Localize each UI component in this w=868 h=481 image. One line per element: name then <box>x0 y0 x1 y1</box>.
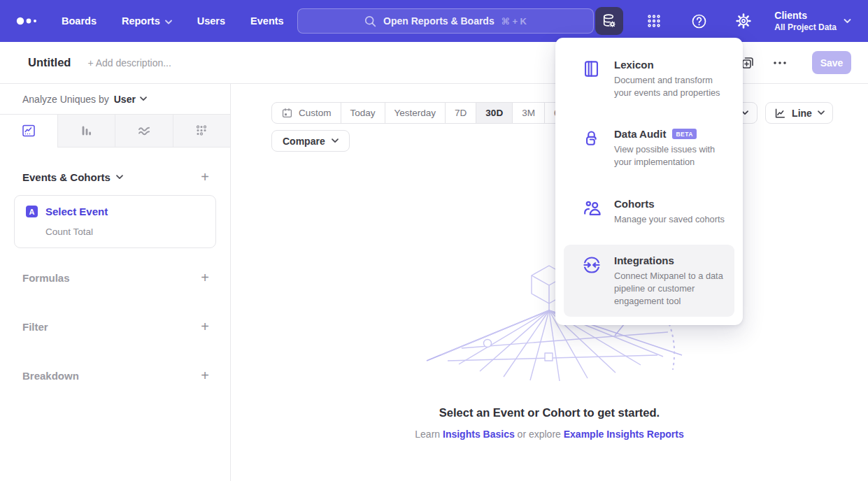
example-reports-link[interactable]: Example Insights Reports <box>564 429 684 440</box>
nav-item-reports[interactable]: Reports <box>122 15 172 27</box>
events-cohorts-header: Events & Cohorts + <box>0 170 230 184</box>
search-placeholder: Open Reports & Boards <box>383 15 495 27</box>
learn-prefix-text: Learn <box>415 429 443 440</box>
filter-label: Filter <box>22 321 48 333</box>
menu-item-description: Manage your saved cohorts <box>614 213 729 226</box>
more-options-button[interactable] <box>773 61 787 65</box>
date-range-label: 30D <box>485 108 503 118</box>
tab-bar-chart[interactable] <box>58 115 116 147</box>
lexicon-book-icon <box>582 59 603 99</box>
primary-nav: Boards Reports Users Events <box>62 15 284 27</box>
event-aggregation-value[interactable]: Count Total <box>45 227 204 237</box>
compare-dropdown-button[interactable]: Compare <box>271 130 350 152</box>
save-button[interactable]: Save <box>812 51 851 74</box>
menu-item-lexicon[interactable]: Lexicon Document and transform your even… <box>564 49 734 108</box>
date-range-3m[interactable]: 3M <box>513 103 545 123</box>
chevron-down-icon <box>332 138 339 143</box>
report-canvas: Custom Today Yesterday 7D 30D 3M 6M Comp… <box>231 84 868 481</box>
date-range-label: 3M <box>522 108 535 118</box>
analyze-value: User <box>114 94 136 105</box>
tab-stacked-chart[interactable] <box>115 115 173 147</box>
add-formula-button[interactable]: + <box>201 271 209 285</box>
date-range-label: Custom <box>299 108 332 118</box>
insights-basics-link[interactable]: Insights Basics <box>443 429 515 440</box>
line-chart-icon <box>21 123 36 138</box>
date-range-yesterday[interactable]: Yesterday <box>385 103 446 123</box>
date-range-label: 7D <box>455 108 467 118</box>
mixpanel-logo-icon[interactable] <box>15 16 41 26</box>
menu-item-title: Lexicon <box>614 59 654 71</box>
select-event-button[interactable]: Select Event <box>45 206 108 217</box>
events-cohorts-label: Events & Cohorts <box>22 171 111 183</box>
tab-line-chart[interactable] <box>0 115 58 147</box>
menu-item-data-audit[interactable]: Data Audit BETA View possible issues wit… <box>564 118 734 178</box>
nav-item-label: Users <box>197 15 225 27</box>
breakdown-label: Breakdown <box>22 370 79 382</box>
top-nav-right-group: Clients All Project Data <box>595 7 868 35</box>
data-audit-lock-icon <box>582 129 603 168</box>
bar-chart-icon <box>78 123 94 138</box>
menu-item-title: Integrations <box>614 254 674 266</box>
date-range-today[interactable]: Today <box>341 103 385 123</box>
search-icon <box>364 15 376 27</box>
nav-item-label: Reports <box>122 15 160 27</box>
line-chart-icon <box>774 107 786 120</box>
add-filter-button[interactable]: + <box>201 320 209 333</box>
date-range-30d[interactable]: 30D <box>476 103 513 123</box>
date-range-custom[interactable]: Custom <box>272 103 341 123</box>
tab-metrics-grid[interactable] <box>173 115 231 147</box>
chevron-down-icon <box>116 175 123 180</box>
integrations-sync-icon <box>582 255 603 307</box>
chevron-down-icon <box>844 18 851 24</box>
nav-item-events[interactable]: Events <box>250 15 284 27</box>
date-range-selector: Custom Today Yesterday 7D 30D 3M 6M <box>271 102 577 124</box>
project-switcher[interactable]: Clients All Project Data <box>774 10 851 32</box>
date-range-label: Yesterday <box>394 108 436 118</box>
grid-dots-icon <box>646 13 662 29</box>
menu-item-description: View possible issues with your implement… <box>614 143 729 168</box>
beta-badge: BETA <box>672 129 697 139</box>
chevron-down-icon <box>818 110 825 115</box>
chevron-down-icon <box>140 96 147 101</box>
cohorts-users-icon <box>582 199 603 226</box>
nav-item-users[interactable]: Users <box>197 15 225 27</box>
date-range-label: Today <box>350 108 376 118</box>
settings-button[interactable] <box>730 7 757 35</box>
menu-item-cohorts[interactable]: Cohorts Manage your saved cohorts <box>564 188 734 236</box>
date-range-7d[interactable]: 7D <box>446 103 476 123</box>
chart-type-dropdown-button[interactable]: Line <box>765 102 833 124</box>
compare-label: Compare <box>283 136 325 147</box>
add-breakdown-button[interactable]: + <box>201 368 209 382</box>
analyze-label: Analyze Uniques by <box>22 94 109 105</box>
event-card[interactable]: A Select Event Count Total <box>14 195 216 248</box>
menu-item-description: Document and transform your events and p… <box>614 74 729 99</box>
data-management-button[interactable] <box>595 7 623 35</box>
nav-item-boards[interactable]: Boards <box>62 15 97 27</box>
report-title[interactable]: Untitled <box>28 56 71 69</box>
add-description-field[interactable]: + Add description... <box>87 57 171 69</box>
visualization-tabs <box>0 114 230 148</box>
chart-type-label: Line <box>792 108 812 119</box>
project-name: All Project Data <box>774 22 837 32</box>
menu-item-integrations[interactable]: Integrations Connect Mixpanel to a data … <box>564 245 734 317</box>
flow-lines-icon <box>136 123 152 138</box>
formulas-row: Formulas + <box>0 271 230 285</box>
events-cohorts-dropdown[interactable]: Events & Cohorts <box>22 171 123 183</box>
menu-item-title: Cohorts <box>614 198 655 210</box>
empty-state-title: Select an Event or Cohort to get started… <box>231 406 868 419</box>
search-shortcut-hint: ⌘ + K <box>501 16 527 27</box>
empty-state-subtitle: Learn Insights Basics or explore Example… <box>231 429 868 440</box>
help-button[interactable] <box>685 7 713 35</box>
calendar-icon <box>281 107 293 119</box>
gear-icon <box>735 13 752 29</box>
add-event-button[interactable]: + <box>201 170 209 184</box>
menu-item-description: Connect Mixpanel to a data pipeline or c… <box>614 270 729 307</box>
dots-grid-icon <box>194 123 209 138</box>
nav-item-label: Events <box>250 15 284 27</box>
global-search-input[interactable]: Open Reports & Boards ⌘ + K <box>297 8 594 34</box>
data-management-dropdown-panel: Lexicon Document and transform your even… <box>555 38 743 325</box>
chevron-down-icon <box>165 20 172 24</box>
event-letter-badge: A <box>26 206 38 217</box>
analyze-value-dropdown[interactable]: User <box>114 94 147 105</box>
apps-grid-button[interactable] <box>640 7 668 35</box>
